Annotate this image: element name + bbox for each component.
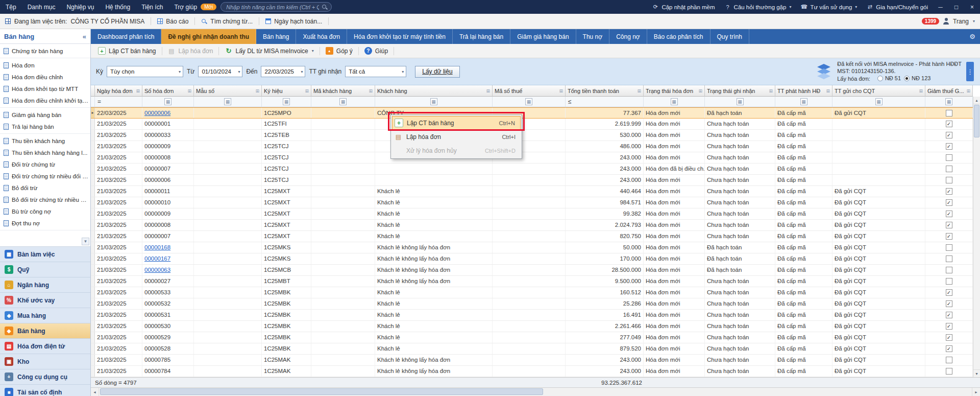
- tax-reduction-checkbox[interactable]: ✓: [946, 312, 952, 318]
- filter-grid-icon[interactable]: ▦: [525, 98, 532, 105]
- invoice-number-link[interactable]: 00000167: [144, 255, 170, 262]
- table-row[interactable]: 21/03/2025000000271C25MBTKhách lẻ không …: [91, 276, 980, 287]
- sidebar-item[interactable]: Đối trừ chứng từ nhiều đối tư...: [0, 170, 90, 182]
- column-filter[interactable]: ▦: [705, 97, 775, 107]
- sidebar-item[interactable]: Thu tiền khách hàng: [0, 135, 90, 147]
- filter-grid-icon[interactable]: ▦: [945, 98, 952, 105]
- sidebar-item[interactable]: Bỏ đối trừ: [0, 182, 90, 194]
- maximize-button[interactable]: □: [948, 0, 964, 14]
- table-row[interactable]: 21/03/2025000005331C25MBKKhách lẻ160.512…: [91, 287, 980, 298]
- collapse-sidebar-icon[interactable]: «: [83, 33, 86, 40]
- column-pin-icon[interactable]: ⊞: [255, 88, 259, 94]
- table-row[interactable]: 21/03/2025000000111C25MXTKhách lẻ440.464…: [91, 186, 980, 197]
- filter-grid-icon[interactable]: ▦: [671, 98, 678, 105]
- more-options-button[interactable]: ⋮: [966, 62, 974, 81]
- filter-grid-icon[interactable]: ▦: [283, 98, 290, 105]
- from-date-input[interactable]: 01/10/2024 ▾: [198, 66, 242, 77]
- module-item[interactable]: ◆Mua hàng: [0, 308, 90, 323]
- table-row[interactable]: 21/03/2025000000091C25TCJ486.000Hóa đơn …: [91, 141, 980, 152]
- menubar-item[interactable]: Nghiệp vụ: [61, 0, 100, 14]
- column-header[interactable]: Mã số thuế⊞: [493, 85, 566, 97]
- scroll-left-icon[interactable]: ◄: [91, 388, 99, 396]
- module-item[interactable]: %Khế ước vay: [0, 293, 90, 308]
- filter-grid-icon[interactable]: ▦: [339, 98, 347, 105]
- tab[interactable]: Công nợ: [609, 29, 647, 44]
- column-pin-icon[interactable]: ⊞: [919, 88, 923, 94]
- sidebar-item[interactable]: Trả lại hàng bán: [0, 121, 90, 132]
- vertical-scrollbar[interactable]: ▲ ▼: [973, 97, 980, 377]
- nd-radio-option[interactable]: NĐ 123: [904, 75, 930, 82]
- table-row[interactable]: 21/03/2025000000011C25TFI2.619.999Hóa đơ…: [91, 119, 980, 130]
- tab[interactable]: Dashboard phân tích: [91, 29, 161, 44]
- table-row[interactable]: 21/03/2025000000331C25TEB530.000Hóa đơn …: [91, 130, 980, 141]
- table-row[interactable]: 21/03/2025000000061C25TCJ243.000Hóa đơn …: [91, 175, 980, 186]
- table-row[interactable]: 21/03/2025000001671C25MKSKhách lẻ không …: [91, 253, 980, 265]
- tax-reduction-checkbox[interactable]: [946, 244, 952, 251]
- feature-search-input[interactable]: [220, 2, 332, 12]
- sidebar-item[interactable]: Bù trừ công nợ: [0, 205, 90, 217]
- table-row[interactable]: 21/03/2025000000081C25TCJ243.000Hóa đơn …: [91, 152, 980, 164]
- filter-grid-icon[interactable]: ▦: [224, 98, 231, 105]
- menubar-item[interactable]: Trợ giúp: [168, 0, 203, 14]
- tab[interactable]: Hóa đơn khởi tạo từ máy tính tiền: [347, 29, 453, 44]
- column-filter[interactable]: ▦: [644, 97, 705, 107]
- column-pin-icon[interactable]: ⊞: [305, 88, 309, 94]
- menubar-utility-item[interactable]: ☎Tư vấn sử dụng▾: [796, 0, 862, 14]
- invoice-number-link[interactable]: 00000006: [144, 110, 170, 116]
- menubar-item[interactable]: Tiện ích: [136, 0, 168, 14]
- column-filter[interactable]: =: [95, 97, 142, 107]
- column-filter[interactable]: ▦: [775, 97, 832, 107]
- column-header[interactable]: Mẫu số⊞: [194, 85, 262, 97]
- tax-reduction-checkbox[interactable]: ✓: [946, 222, 952, 228]
- period-select[interactable]: Tùy chọn ▾: [107, 66, 183, 77]
- table-row[interactable]: 21/03/2025000005301C25MBKKhách lẻ2.261.4…: [91, 321, 980, 332]
- tax-reduction-checkbox[interactable]: ✓: [946, 300, 952, 307]
- table-row[interactable]: 21/03/2025000007851C25MAKKhách lẻ không …: [91, 355, 980, 366]
- load-data-button[interactable]: Lấy dữ liệu: [415, 66, 459, 78]
- column-filter[interactable]: ▦: [925, 97, 973, 107]
- tax-reduction-checkbox[interactable]: [946, 177, 952, 183]
- column-filter[interactable]: ▦: [375, 97, 493, 107]
- column-header[interactable]: Tổng tiền thanh toán⊞: [566, 85, 644, 97]
- menubar-item[interactable]: Hệ thống: [100, 0, 136, 14]
- sidebar-item[interactable]: Hóa đơn khởi tạo từ MTT: [0, 83, 90, 95]
- tax-reduction-checkbox[interactable]: ✓: [946, 199, 952, 206]
- sidebar-item[interactable]: Giảm giá hàng bán: [0, 109, 90, 121]
- table-row[interactable]: 21/03/2025000001681C25MKSKhách lẻ không …: [91, 242, 980, 253]
- tab[interactable]: Thu nợ: [576, 29, 610, 44]
- context-menu-item[interactable]: +Lập CT bán hàngCtrl+N: [392, 116, 521, 130]
- column-header[interactable]: TT gửi cho CQT⊞: [832, 85, 925, 97]
- module-item[interactable]: ◆Bán hàng: [0, 323, 90, 339]
- tab[interactable]: Quy trình: [710, 29, 749, 44]
- table-row[interactable]: 21/03/2025000005321C25MBKKhách lẻ25.286H…: [91, 298, 980, 310]
- column-header[interactable]: Số hóa đơn⊞: [142, 85, 194, 97]
- tax-reduction-checkbox[interactable]: [946, 278, 952, 285]
- invoice-number-link[interactable]: 00000063: [144, 267, 170, 273]
- tab[interactable]: Bán hàng: [256, 29, 296, 44]
- scroll-up-icon[interactable]: ▲: [973, 97, 980, 104]
- filter-grid-icon[interactable]: ▦: [430, 98, 437, 105]
- filter-grid-icon[interactable]: ▦: [164, 98, 172, 105]
- toolbar-button[interactable]: ▲Góp ý: [321, 45, 357, 57]
- sidebar-item[interactable]: Đối trừ chứng từ: [0, 158, 90, 170]
- toolbar-button[interactable]: +Lập CT bán hàng: [93, 45, 161, 57]
- workbar-link[interactable]: Ngày hạch toán...: [265, 18, 322, 25]
- column-header[interactable]: Mã khách hàng⊞: [311, 85, 375, 97]
- column-filter[interactable]: ≤: [566, 97, 644, 107]
- notification-badge[interactable]: 1399: [922, 18, 939, 25]
- column-header[interactable]: Khách hàng⊞: [375, 85, 493, 97]
- scroll-right-icon[interactable]: ►: [972, 388, 980, 396]
- toolbar-button[interactable]: ?Giúp: [360, 45, 393, 57]
- table-row[interactable]: 21/03/2025000000631C25MCBKhách lẻ không …: [91, 265, 980, 276]
- tax-reduction-checkbox[interactable]: [946, 368, 952, 375]
- table-row[interactable]: 21/03/2025000005281C25MBKKhách lẻ879.520…: [91, 343, 980, 355]
- sidebar-item[interactable]: Hóa đơn điều chỉnh khởi tạo...: [0, 95, 90, 106]
- workbar-link[interactable]: Báo cáo: [157, 18, 188, 25]
- column-pin-icon[interactable]: ⊞: [486, 88, 490, 94]
- column-filter[interactable]: ▦: [311, 97, 375, 107]
- module-item[interactable]: +Công cụ dụng cụ: [0, 369, 90, 385]
- column-header[interactable]: TT phát hành HĐ⊞: [775, 85, 832, 97]
- sidebar-scroll-down-button[interactable]: ▼: [82, 238, 89, 245]
- column-header[interactable]: Giảm thuế G...⊞: [925, 85, 973, 97]
- menubar-utility-item[interactable]: ⟳Cập nhật phần mềm: [647, 0, 719, 14]
